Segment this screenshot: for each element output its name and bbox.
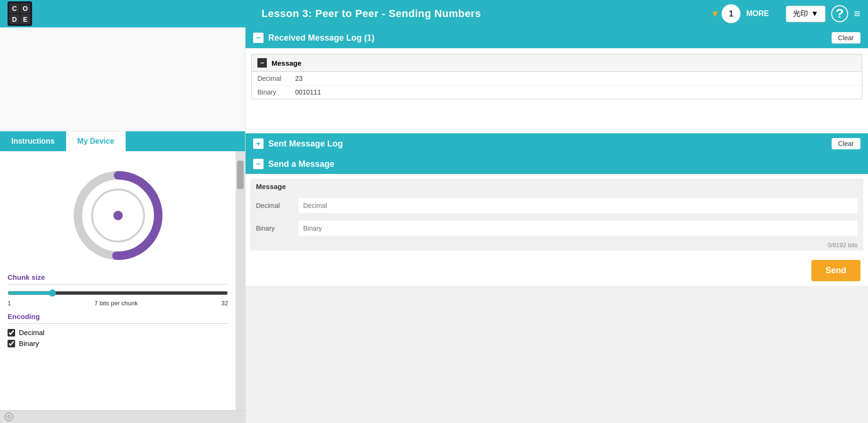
binary-input-row: Binary: [250, 217, 863, 240]
copyright-bar: ©: [0, 410, 245, 423]
tab-my-device[interactable]: My Device: [66, 131, 126, 151]
message-icon: −: [257, 58, 267, 68]
chunk-size-slider[interactable]: [8, 289, 228, 297]
binary-value: 0010111: [295, 88, 321, 96]
message-card-body: Decimal 23 Binary 0010111: [252, 72, 862, 99]
lesson-badge: 1: [722, 4, 740, 23]
binary-row: Binary 0010111: [252, 86, 862, 99]
more-label: MORE: [746, 9, 769, 18]
binary-input[interactable]: [298, 221, 858, 236]
message-card-header: − Message: [252, 54, 862, 72]
logo-c: C: [9, 3, 19, 13]
chunk-size-label: Chunk size: [8, 273, 228, 281]
device-scroll-wrapper: Chunk size 1 7 bits per chunk 32 Encodin…: [0, 151, 245, 410]
received-log-header: − Received Message Log (1) Clear: [246, 27, 868, 48]
page-title: Lesson 3: Peer to Peer - Sending Numbers: [32, 8, 710, 20]
help-button[interactable]: ?: [831, 5, 848, 22]
decimal-row: Decimal 23: [252, 72, 862, 86]
send-button-row: Send: [246, 255, 868, 286]
donut-chart-container: [8, 159, 228, 268]
notification-icon: ▼: [710, 9, 720, 19]
slider-max: 32: [221, 300, 228, 307]
send-decimal-label: Decimal: [256, 202, 294, 209]
decimal-checkbox-label: Decimal: [19, 328, 44, 337]
main-layout: Instructions My Device: [0, 27, 868, 423]
logo: C O D E: [8, 1, 32, 26]
send-toggle-icon[interactable]: −: [253, 159, 264, 169]
received-clear-button[interactable]: Clear: [832, 32, 860, 43]
slider-row: [8, 289, 228, 297]
send-button[interactable]: Send: [811, 260, 860, 281]
message-header-label: Message: [272, 59, 301, 67]
send-binary-label: Binary: [256, 224, 294, 232]
binary-checkbox-row: Binary: [8, 339, 228, 347]
bits-counter: 0/8192 bits: [250, 240, 863, 250]
encoding-label: Encoding: [8, 312, 228, 320]
device-content-area: Chunk size 1 7 bits per chunk 32 Encodin…: [0, 151, 236, 410]
received-log-title: Received Message Log (1): [268, 33, 374, 43]
sent-clear-button[interactable]: Clear: [832, 138, 860, 149]
log-spacer: [246, 105, 868, 133]
app-header: C O D E Lesson 3: Peer to Peer - Sending…: [0, 0, 868, 27]
logo-d: D: [9, 14, 19, 24]
slider-labels: 1 7 bits per chunk 32: [8, 300, 228, 307]
received-toggle-icon[interactable]: −: [253, 33, 264, 43]
copyright-icon: ©: [5, 413, 13, 421]
sent-toggle-icon[interactable]: +: [253, 138, 264, 149]
binary-checkbox-label: Binary: [19, 339, 39, 347]
lang-button[interactable]: 光印 ▼: [786, 6, 825, 22]
received-message-card: − Message Decimal 23 Binary 0010111: [251, 54, 862, 99]
svg-point-5: [113, 211, 123, 220]
scroll-thumb[interactable]: [237, 161, 244, 189]
send-message-header: − Send a Message: [246, 154, 868, 174]
logo-e: E: [20, 14, 30, 24]
sent-log-header: + Sent Message Log Clear: [246, 133, 868, 154]
logo-o: O: [20, 3, 30, 13]
decimal-input-row: Decimal: [250, 194, 863, 217]
send-area: Message Decimal Binary 0/8192 bits Send: [246, 174, 868, 286]
send-message-title: Send a Message: [268, 159, 334, 169]
menu-button[interactable]: ≡: [854, 7, 860, 20]
scroll-area: [236, 151, 245, 410]
received-log-area: − Message Decimal 23 Binary 0010111: [246, 48, 868, 105]
encoding-divider: [8, 323, 228, 324]
left-panel: Instructions My Device: [0, 27, 246, 423]
encoding-section: Encoding Decimal Binary: [8, 312, 228, 347]
binary-checkbox[interactable]: [8, 340, 15, 347]
donut-chart: [71, 168, 165, 263]
decimal-label: Decimal: [257, 75, 295, 82]
sent-log-title: Sent Message Log: [268, 139, 343, 149]
decimal-checkbox-row: Decimal: [8, 328, 228, 337]
right-panel: − Received Message Log (1) Clear − Messa…: [246, 27, 868, 423]
decimal-checkbox[interactable]: [8, 329, 15, 337]
decimal-input[interactable]: [298, 198, 858, 213]
device-content: Chunk size 1 7 bits per chunk 32 Encodin…: [0, 151, 236, 358]
binary-label: Binary: [257, 88, 295, 96]
decimal-value: 23: [295, 75, 303, 82]
chunk-divider: [8, 284, 228, 285]
send-form-header: Message: [250, 179, 863, 194]
tab-bar: Instructions My Device: [0, 131, 245, 151]
preview-area: [0, 27, 245, 131]
lang-dropdown-icon: ▼: [811, 9, 818, 18]
lang-label: 光印: [793, 9, 808, 19]
slider-min: 1: [8, 300, 11, 307]
tab-instructions[interactable]: Instructions: [0, 131, 66, 151]
chunk-display: 7 bits per chunk: [11, 300, 221, 307]
send-form: Message Decimal Binary 0/8192 bits: [250, 179, 863, 250]
